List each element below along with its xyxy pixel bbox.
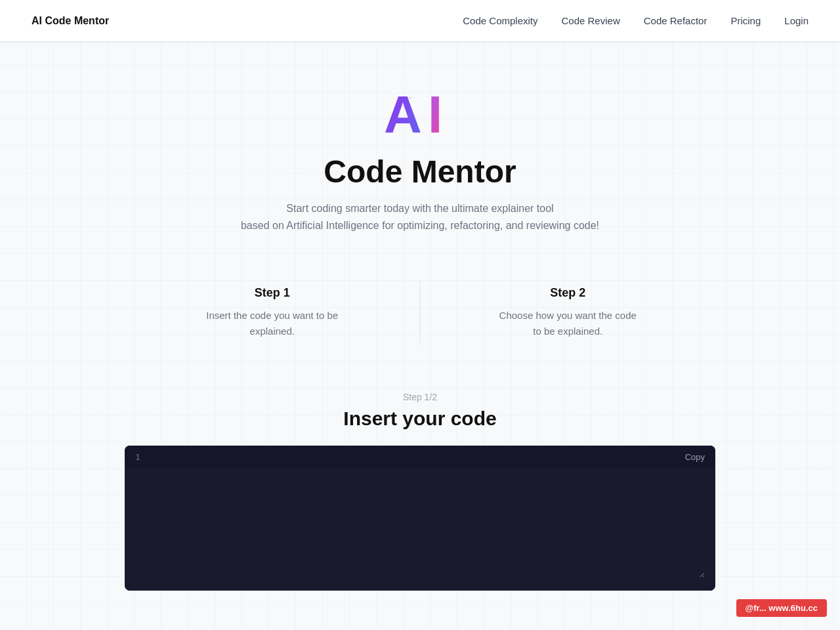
line-number: 1 <box>135 452 140 462</box>
step-1-description: Insert the code you want to be explained… <box>200 308 345 339</box>
svg-text:A: A <box>384 85 422 140</box>
code-editor: 1 Copy <box>125 446 715 591</box>
nav-code-review[interactable]: Code Review <box>562 15 620 26</box>
hero-title: Code Mentor <box>324 154 516 190</box>
nav-links: Code Complexity Code Review Code Refacto… <box>463 15 808 26</box>
navbar: AI Code Mentor Code Complexity Code Revi… <box>0 0 840 42</box>
code-section: Step 1/2 Insert your code 1 Copy <box>125 392 715 591</box>
svg-point-9 <box>423 84 425 86</box>
step-indicator: Step 1/2 <box>403 392 437 402</box>
svg-point-6 <box>432 87 434 89</box>
step-1-card: Step 1 Insert the code you want to be ex… <box>125 273 420 352</box>
code-input[interactable] <box>135 479 705 578</box>
nav-code-complexity[interactable]: Code Complexity <box>463 15 537 26</box>
step-2-card: Step 2 Choose how you want the code to b… <box>421 273 716 352</box>
watermark-badge: @fr... www.6hu.cc <box>736 599 827 617</box>
step-2-title: Step 2 <box>550 286 585 300</box>
svg-point-3 <box>403 86 405 88</box>
nav-pricing[interactable]: Pricing <box>730 15 761 26</box>
hero-subtitle: Start coding smarter today with the ulti… <box>241 200 599 234</box>
steps-section: Step 1 Insert the code you want to be ex… <box>125 273 715 352</box>
svg-point-7 <box>442 94 444 96</box>
svg-text:I: I <box>428 85 442 140</box>
code-body[interactable] <box>125 469 715 591</box>
nav-login[interactable]: Login <box>784 15 808 26</box>
svg-point-10 <box>410 97 411 98</box>
insert-code-title: Insert your code <box>343 408 496 430</box>
steps-divider <box>420 280 421 346</box>
svg-point-2 <box>392 90 395 93</box>
svg-point-11 <box>438 104 440 106</box>
step-1-title: Step 1 <box>255 286 290 300</box>
svg-point-4 <box>387 100 388 102</box>
copy-button[interactable]: Copy <box>685 452 705 462</box>
nav-code-refactor[interactable]: Code Refactor <box>644 15 707 26</box>
main-content: A I Code Mentor Start coding smarter tod… <box>0 42 840 591</box>
step-2-description: Choose how you want the code to be expla… <box>495 308 640 339</box>
code-editor-header: 1 Copy <box>125 446 715 469</box>
svg-point-8 <box>449 86 450 87</box>
svg-point-5 <box>413 89 414 90</box>
ai-logo: A I <box>381 81 459 140</box>
brand-logo[interactable]: AI Code Mentor <box>32 15 109 27</box>
